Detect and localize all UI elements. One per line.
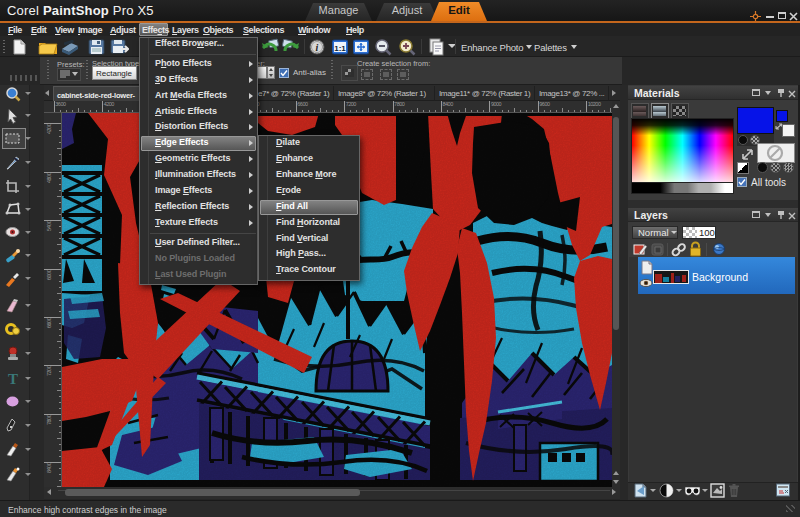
svg-text:T: T: [8, 371, 18, 387]
svg-text:1:1: 1:1: [334, 44, 346, 53]
svg-text:i: i: [316, 42, 319, 53]
